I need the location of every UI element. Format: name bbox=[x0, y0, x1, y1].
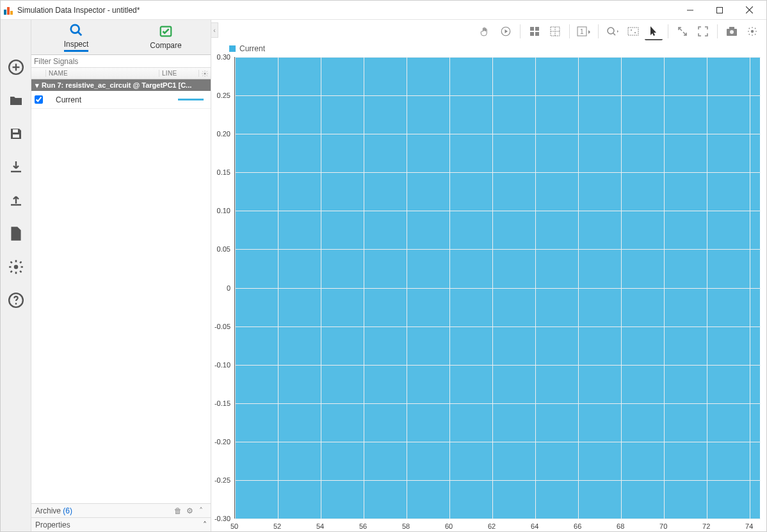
archive-settings-icon[interactable]: ⚙ bbox=[184, 506, 195, 515]
filter-input[interactable] bbox=[31, 55, 211, 67]
svg-rect-2 bbox=[10, 11, 13, 15]
close-button[interactable] bbox=[734, 1, 764, 20]
y-tick-label: 0.20 bbox=[211, 130, 230, 138]
settings-icon[interactable] bbox=[7, 258, 25, 276]
play-icon[interactable] bbox=[497, 22, 515, 40]
folder-icon[interactable] bbox=[7, 92, 25, 109]
window-buttons bbox=[675, 1, 764, 20]
help-icon[interactable] bbox=[7, 291, 25, 309]
y-tick-label: 0.05 bbox=[211, 245, 230, 253]
chart-legend: Current bbox=[211, 43, 766, 54]
run-expand-icon: ▾ bbox=[35, 81, 39, 90]
x-tick-label: 52 bbox=[273, 522, 281, 530]
signal-checkbox[interactable] bbox=[35, 95, 43, 104]
left-toolbar bbox=[1, 20, 31, 531]
signals-panel: Inspect Compare NAME LINE ▾ Run 7: resis… bbox=[31, 20, 211, 531]
svg-rect-33 bbox=[628, 28, 638, 35]
document-icon[interactable] bbox=[7, 225, 25, 243]
zoom-icon[interactable] bbox=[604, 22, 622, 40]
svg-rect-4 bbox=[717, 7, 723, 13]
svg-rect-1 bbox=[7, 7, 10, 15]
pan-icon[interactable] bbox=[476, 22, 494, 40]
archive-count: (6) bbox=[63, 506, 72, 515]
properties-bar[interactable]: Properties ˄ bbox=[31, 517, 211, 531]
x-tick-label: 68 bbox=[617, 522, 624, 530]
import-icon[interactable] bbox=[7, 158, 25, 176]
signal-line-sample[interactable] bbox=[171, 99, 211, 101]
plot-area: ‹ 1 Current -0.30-0.25-0.20-0.1 bbox=[211, 20, 766, 531]
x-tick-label: 54 bbox=[316, 522, 324, 530]
export-icon[interactable] bbox=[7, 191, 25, 209]
col-line-header[interactable]: LINE bbox=[159, 70, 199, 77]
y-tick-label: 0.30 bbox=[211, 53, 230, 61]
signal-row[interactable]: Current bbox=[31, 91, 211, 109]
svg-point-16 bbox=[15, 303, 17, 305]
svg-rect-39 bbox=[729, 27, 734, 29]
svg-rect-0 bbox=[4, 10, 6, 15]
signal-name: Current bbox=[45, 95, 171, 104]
svg-point-17 bbox=[71, 24, 79, 33]
y-tick-label: -0.05 bbox=[211, 323, 230, 330]
inspect-tab[interactable]: Inspect bbox=[31, 20, 121, 54]
compare-tab[interactable]: Compare bbox=[121, 20, 211, 54]
svg-text:1: 1 bbox=[580, 28, 584, 35]
compare-tab-label: Compare bbox=[150, 41, 181, 50]
run-row[interactable]: ▾ Run 7: resistive_ac_circuit @ TargetPC… bbox=[31, 79, 211, 91]
archive-collapse-icon[interactable]: ˄ bbox=[195, 506, 207, 515]
x-tick-label: 62 bbox=[488, 522, 496, 530]
grid-dashed-icon[interactable] bbox=[546, 22, 564, 40]
chart-wrap: -0.30-0.25-0.20-0.15-0.10-0.0500.050.100… bbox=[211, 54, 766, 531]
minimize-button[interactable] bbox=[675, 1, 705, 20]
chart-axes[interactable] bbox=[234, 57, 760, 519]
fit-icon[interactable] bbox=[624, 22, 642, 40]
svg-line-18 bbox=[78, 31, 82, 35]
svg-point-14 bbox=[13, 265, 18, 270]
window-title: Simulation Data Inspector - untitled* bbox=[17, 6, 675, 15]
compare-icon bbox=[159, 24, 173, 38]
svg-rect-11 bbox=[13, 134, 19, 138]
titlebar: Simulation Data Inspector - untitled* bbox=[1, 1, 766, 20]
legend-swatch bbox=[229, 45, 236, 52]
y-tick-label: -0.30 bbox=[211, 515, 230, 522]
x-tick-label: 64 bbox=[531, 522, 538, 530]
x-tick-label: 56 bbox=[359, 522, 367, 530]
layout-1-icon[interactable]: 1 bbox=[575, 22, 593, 40]
camera-icon[interactable] bbox=[723, 22, 741, 40]
archive-bar[interactable]: Archive (6) 🗑 ⚙ ˄ bbox=[31, 503, 211, 517]
x-tick-label: 50 bbox=[230, 522, 238, 530]
run-label: Run 7: resistive_ac_circuit @ TargetPC1 … bbox=[42, 81, 191, 89]
add-icon[interactable] bbox=[7, 58, 25, 76]
panel-collapse-handle[interactable]: ‹ bbox=[211, 22, 218, 38]
gear-icon[interactable] bbox=[743, 22, 761, 40]
col-name-header[interactable]: NAME bbox=[45, 70, 159, 77]
legend-label: Current bbox=[239, 44, 265, 53]
svg-line-32 bbox=[613, 33, 615, 35]
inspect-icon bbox=[69, 23, 83, 37]
svg-rect-23 bbox=[535, 27, 539, 31]
y-tick-label: 0.10 bbox=[211, 207, 230, 214]
y-tick-label: 0.15 bbox=[211, 168, 230, 176]
svg-rect-24 bbox=[530, 32, 534, 36]
column-settings-icon[interactable] bbox=[199, 70, 211, 77]
archive-delete-icon[interactable]: 🗑 bbox=[172, 506, 184, 515]
x-tick-label: 74 bbox=[745, 522, 753, 530]
grid-2x2-icon[interactable] bbox=[526, 22, 544, 40]
y-tick-label: -0.25 bbox=[211, 476, 230, 484]
maximize-button[interactable] bbox=[705, 1, 734, 20]
cursor-icon[interactable] bbox=[645, 22, 663, 40]
save-icon[interactable] bbox=[7, 125, 25, 143]
svg-point-40 bbox=[730, 30, 734, 34]
x-tick-label: 70 bbox=[659, 522, 667, 530]
y-tick-label: -0.20 bbox=[211, 438, 230, 446]
expand-icon[interactable] bbox=[674, 22, 691, 40]
svg-rect-22 bbox=[530, 27, 534, 31]
svg-rect-10 bbox=[13, 129, 18, 133]
column-headers: NAME LINE bbox=[31, 68, 211, 79]
y-tick-label: 0 bbox=[211, 284, 230, 292]
properties-collapse-icon[interactable]: ˄ bbox=[203, 520, 207, 529]
x-tick-label: 66 bbox=[574, 522, 581, 530]
x-tick-label: 72 bbox=[702, 522, 710, 530]
fullscreen-icon[interactable] bbox=[694, 22, 712, 40]
plot-toolbar: 1 bbox=[211, 20, 766, 43]
archive-label: Archive bbox=[35, 506, 61, 515]
